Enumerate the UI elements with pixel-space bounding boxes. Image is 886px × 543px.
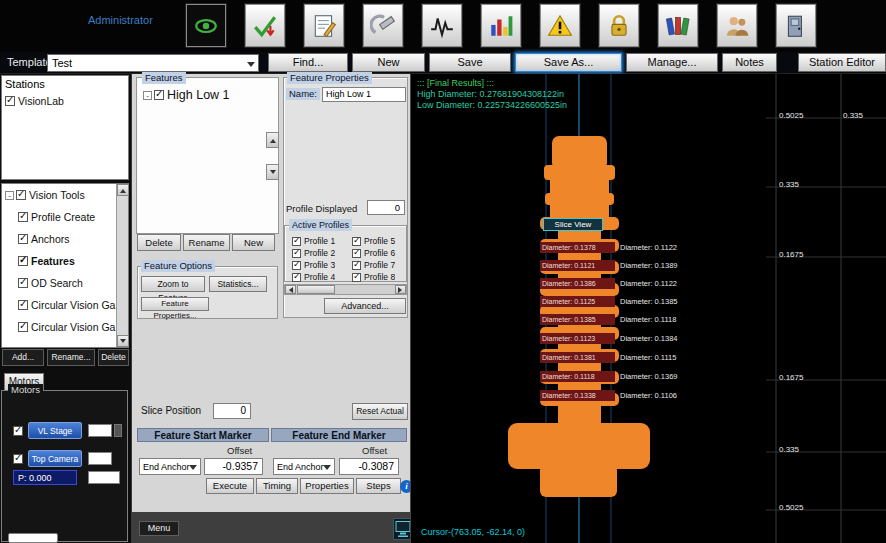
partial-control[interactable] — [8, 533, 58, 543]
execute-button[interactable]: Execute — [206, 478, 254, 494]
new-feature-button[interactable]: New — [232, 234, 275, 251]
advanced-button[interactable]: Advanced... — [324, 298, 406, 314]
profiles-horizontal-scrollbar[interactable] — [284, 284, 407, 295]
delete-tool-button[interactable]: Delete — [98, 349, 129, 366]
checkbox[interactable] — [292, 273, 301, 282]
expand-icon[interactable]: - — [143, 91, 152, 100]
feature-scroll-up-button[interactable] — [266, 132, 279, 148]
tree-item-od-search[interactable]: OD Search — [2, 272, 128, 294]
item-checkbox[interactable] — [18, 278, 28, 288]
feature-scroll-down-button[interactable] — [266, 164, 279, 180]
profile-3-checkbox-row[interactable]: Profile 3 — [289, 259, 335, 271]
profile-2-checkbox-row[interactable]: Profile 2 — [289, 247, 335, 259]
profile-5-checkbox-row[interactable]: Profile 5 — [349, 235, 395, 247]
tree-item-anchors[interactable]: Anchors — [2, 228, 128, 250]
stage-enable-checkbox[interactable] — [13, 426, 23, 436]
profile-viewport[interactable]: ::: [Final Results] ::: High Diameter: 0… — [410, 74, 886, 543]
profile-4-checkbox-row[interactable]: Profile 4 — [289, 271, 335, 283]
vision-tools-scrollbar[interactable] — [116, 184, 128, 347]
station-editor-button[interactable]: Station Editor — [798, 53, 886, 72]
scroll-up-button[interactable] — [117, 184, 129, 196]
signal-button[interactable] — [422, 4, 462, 47]
scroll-left-button[interactable] — [285, 285, 296, 294]
signal-icon — [429, 13, 455, 39]
item-checkbox[interactable] — [18, 234, 28, 244]
feature-tree-item[interactable]: - High Low 1 — [140, 86, 230, 104]
profile-6-checkbox-row[interactable]: Profile 6 — [349, 247, 395, 259]
reset-actual-button[interactable]: Reset Actual — [352, 403, 408, 420]
station-item-visionlab[interactable]: VisionLab — [2, 92, 128, 110]
item-checkbox[interactable] — [18, 256, 28, 266]
feature-name-field[interactable]: High Low 1 — [322, 87, 406, 102]
worksheet-button[interactable] — [304, 4, 344, 47]
checkbox[interactable] — [292, 237, 301, 246]
tree-item-features[interactable]: Features — [2, 250, 128, 272]
camera-enable-checkbox[interactable] — [13, 454, 23, 464]
item-checkbox[interactable] — [18, 300, 28, 310]
end-offset-field[interactable]: -0.3087 — [339, 458, 399, 475]
end-anchor-dropdown[interactable]: End Anchor — [273, 458, 335, 475]
slice-position-field[interactable]: 0 — [213, 403, 251, 419]
item-checkbox[interactable] — [18, 212, 28, 222]
tree-root-vision-tools[interactable]: - Vision Tools — [2, 184, 128, 206]
save-as-button[interactable]: Save As... — [515, 53, 622, 72]
exit-button[interactable] — [776, 4, 816, 47]
station-checkbox[interactable] — [5, 96, 15, 106]
notes-button[interactable]: Notes — [722, 53, 777, 72]
security-button[interactable] — [599, 4, 639, 47]
checkbox[interactable] — [352, 261, 361, 270]
feature-properties-button[interactable]: Feature Properties... — [141, 297, 209, 311]
camera-value-field[interactable] — [88, 452, 112, 465]
start-offset-field[interactable]: -0.9357 — [204, 458, 263, 475]
steps-button[interactable]: Steps — [356, 478, 401, 494]
statistics-button[interactable]: Statistics... — [209, 276, 267, 292]
rename-tool-button[interactable]: Rename... — [47, 349, 95, 366]
validate-button[interactable] — [245, 4, 285, 47]
scroll-right-button[interactable] — [395, 285, 406, 294]
profile-1-checkbox-row[interactable]: Profile 1 — [289, 235, 335, 247]
alarms-button[interactable] — [540, 4, 580, 47]
feature-checkbox[interactable] — [154, 90, 164, 100]
station-label: VisionLab — [18, 95, 64, 107]
properties-button[interactable]: Properties — [300, 478, 354, 494]
collapse-icon[interactable]: - — [5, 191, 14, 200]
menu-button[interactable]: Menu — [139, 521, 179, 536]
checkbox[interactable] — [292, 249, 301, 258]
tree-item-profile-create[interactable]: Profile Create — [2, 206, 128, 228]
rename-feature-button[interactable]: Rename — [183, 234, 230, 251]
profile-8-checkbox-row[interactable]: Profile 8 — [349, 271, 395, 283]
timing-button[interactable]: Timing — [256, 478, 298, 494]
slice-view-tag[interactable]: Slice View — [543, 218, 603, 231]
users-button[interactable] — [717, 4, 757, 47]
start-anchor-dropdown[interactable]: End Anchor — [139, 458, 201, 475]
vl-stage-button[interactable]: VL Stage — [28, 422, 82, 439]
new-button[interactable]: New — [352, 53, 425, 72]
statistics-button[interactable] — [481, 4, 521, 47]
delete-feature-button[interactable]: Delete — [137, 234, 181, 251]
tree-item-circular-gage-1[interactable]: Circular Vision Ga — [2, 294, 128, 316]
position-value-field[interactable] — [88, 471, 120, 484]
profile-displayed-field[interactable]: 0 — [367, 200, 405, 215]
find-button[interactable]: Find... — [268, 53, 348, 72]
scroll-down-button[interactable] — [117, 335, 129, 347]
save-button[interactable]: Save — [429, 53, 511, 72]
stage-spinner[interactable] — [114, 424, 122, 437]
profile-7-checkbox-row[interactable]: Profile 7 — [349, 259, 395, 271]
template-dropdown[interactable]: Test — [47, 54, 259, 72]
scrollbar-thumb[interactable] — [297, 285, 335, 294]
stage-value-field[interactable] — [88, 424, 112, 437]
zoom-to-feature-button[interactable]: Zoom to Feature — [141, 276, 205, 292]
tree-item-circular-gage-2[interactable]: Circular Vision Ga — [2, 316, 128, 338]
add-tool-button[interactable]: Add... — [2, 349, 44, 366]
item-checkbox[interactable] — [18, 322, 28, 332]
checkbox[interactable] — [292, 261, 301, 270]
micrometer-button[interactable] — [363, 4, 403, 47]
manage-button[interactable]: Manage... — [626, 53, 718, 72]
checkbox[interactable] — [352, 237, 361, 246]
top-camera-button[interactable]: Top Camera — [28, 450, 82, 467]
app-logo-button[interactable] — [186, 4, 226, 47]
checkbox[interactable] — [352, 249, 361, 258]
vision-tools-checkbox[interactable] — [16, 190, 26, 200]
library-button[interactable] — [658, 4, 698, 47]
checkbox[interactable] — [352, 273, 361, 282]
